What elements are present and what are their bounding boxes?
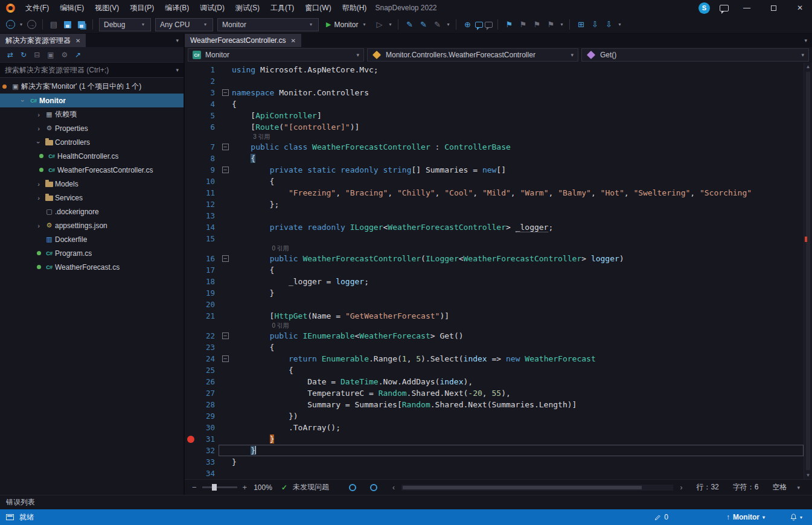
publish-target[interactable]: ↑ Monitor ▾ xyxy=(726,513,765,521)
save-icon[interactable] xyxy=(64,21,71,28)
chevron-right-icon[interactable]: › xyxy=(34,194,43,202)
collapse-region-icon[interactable]: – xyxy=(222,167,229,173)
breakpoint-margin[interactable] xyxy=(185,210,197,221)
nav-member-dropdown[interactable]: Get() ▾ xyxy=(581,48,809,62)
collapse-region-icon[interactable]: – xyxy=(222,255,229,262)
scrollbar-thumb[interactable] xyxy=(403,486,642,489)
minimize-button[interactable]: — xyxy=(738,4,755,12)
next-issue-icon[interactable] xyxy=(370,484,377,491)
save-all-icon[interactable] xyxy=(78,21,85,28)
close-icon[interactable]: ✕ xyxy=(291,37,296,44)
dropdown-caret-icon[interactable]: ▾ xyxy=(445,22,451,27)
add-comment-icon[interactable] xyxy=(475,22,483,28)
menu-item[interactable]: 测试(S) xyxy=(230,0,265,16)
breakpoint-margin[interactable] xyxy=(185,98,197,110)
zoom-level[interactable]: 100% xyxy=(254,483,272,492)
rename-icon[interactable]: ✎ xyxy=(417,19,429,31)
toggle-bookmark-icon[interactable]: ⚑ xyxy=(503,19,515,31)
chevron-right-icon[interactable]: › xyxy=(34,180,43,188)
start-without-debugging-icon[interactable]: ▷ xyxy=(373,19,385,31)
background-tasks-icon[interactable] xyxy=(6,514,14,520)
search-input[interactable] xyxy=(0,66,171,74)
zoom-in-icon[interactable]: + xyxy=(243,483,248,492)
zoom-slider[interactable] xyxy=(202,486,237,488)
menu-item[interactable]: 窗口(W) xyxy=(299,0,336,16)
nav-project-dropdown[interactable]: C# Monitor ▾ xyxy=(188,48,364,62)
account-avatar[interactable]: S xyxy=(699,2,710,14)
tree-item-properties[interactable]: ›⚙Properties xyxy=(0,121,184,135)
breakpoint-icon[interactable] xyxy=(187,436,194,443)
scroll-down-icon[interactable]: ▼ xyxy=(804,472,812,478)
maximize-button[interactable] xyxy=(765,4,782,12)
menu-item[interactable]: 文件(F) xyxy=(20,0,54,16)
quick-actions-icon[interactable]: ✎ xyxy=(403,19,415,31)
dropdown-caret-icon[interactable]: ▾ xyxy=(616,22,622,27)
tab-weatherforecastcontroller-cs[interactable]: WeatherForecastController.cs ✕ xyxy=(185,34,301,47)
import-layout-icon[interactable]: ⇩ xyxy=(603,19,615,31)
collapse-region-icon[interactable]: – xyxy=(222,89,229,96)
breakpoint-margin[interactable] xyxy=(185,364,197,376)
codelens-references[interactable]: 0 引用 xyxy=(185,322,804,330)
dropdown-caret-icon[interactable]: ▾ xyxy=(558,22,564,27)
tree-item-weatherforecastcontroller-cs[interactable]: C#WeatherForecastController.cs xyxy=(0,163,184,177)
chevron-right-icon[interactable]: › xyxy=(34,125,43,132)
tree-item-program-cs[interactable]: C#Program.cs xyxy=(0,246,184,260)
feedback-icon[interactable] xyxy=(720,5,729,11)
tree-item-solution-root[interactable]: ▣解决方案'Monitor' (1 个项目中的 1 个) xyxy=(0,80,184,94)
iss​ues-label[interactable]: 未发现问题 xyxy=(293,482,329,492)
tree-item-dependencies[interactable]: ›▦依赖项 xyxy=(0,107,184,121)
tab-solution-explorer[interactable]: 解决方案资源管理器 ✕ xyxy=(0,34,86,47)
breakpoint-margin[interactable] xyxy=(185,310,197,322)
breakpoint-margin[interactable] xyxy=(185,164,197,176)
pending-edits-indicator[interactable]: 0 xyxy=(654,513,668,521)
close-button[interactable]: ✕ xyxy=(791,4,808,12)
search-options-caret-icon[interactable]: ▾ xyxy=(171,67,184,73)
next-bookmark-icon[interactable]: ⚑ xyxy=(531,19,543,31)
panel-options-caret-icon[interactable]: ▾ xyxy=(171,37,184,43)
breakpoint-margin[interactable] xyxy=(185,299,197,310)
breakpoint-margin[interactable] xyxy=(185,287,197,299)
chevron-down-icon[interactable]: ▾ xyxy=(792,485,805,491)
breakpoint-margin[interactable] xyxy=(185,468,197,479)
tree-item-models[interactable]: ›Models xyxy=(0,177,184,191)
breakpoint-margin[interactable] xyxy=(185,75,197,87)
solution-configuration-dropdown[interactable]: Debug▾ xyxy=(99,18,151,31)
zoom-out-icon[interactable]: − xyxy=(192,483,197,492)
breakpoint-margin[interactable] xyxy=(185,110,197,121)
codelens-references[interactable]: 3 引用 xyxy=(185,133,804,141)
tree-item-weatherforecast-cs[interactable]: C#WeatherForecast.cs xyxy=(0,260,184,274)
tree-item-services[interactable]: ›Services xyxy=(0,191,184,205)
editor-vertical-scrollbar[interactable]: ▲ ▼ xyxy=(804,63,812,479)
breakpoint-margin[interactable] xyxy=(185,433,197,445)
breakpoint-margin[interactable] xyxy=(185,410,197,422)
zoom-slider-thumb[interactable] xyxy=(212,484,217,491)
tree-item-healthcontroller-cs[interactable]: C#HealthController.cs xyxy=(0,149,184,163)
notifications-bell[interactable]: ▾ xyxy=(790,514,802,521)
chevron-down-icon[interactable]: › xyxy=(18,97,28,104)
remove-comment-icon[interactable] xyxy=(485,22,493,28)
browse-with-icon[interactable]: ⊕ xyxy=(461,19,473,31)
breakpoint-margin[interactable] xyxy=(185,330,197,342)
close-icon[interactable]: ✕ xyxy=(75,37,80,44)
breakpoint-margin[interactable] xyxy=(185,153,197,164)
navigate-forward-icon[interactable]: → xyxy=(27,20,36,29)
menu-item[interactable]: 视图(V) xyxy=(89,0,124,16)
breakpoint-margin[interactable] xyxy=(185,121,197,133)
nav-type-dropdown[interactable]: Monitor.Controllers.WeatherForecastContr… xyxy=(367,48,578,62)
breakpoint-margin[interactable] xyxy=(185,187,197,199)
startup-profile-dropdown[interactable]: Monitor▾ xyxy=(217,18,319,31)
tree-item-appsettings-json[interactable]: ›⚙appsettings.json xyxy=(0,218,184,232)
clear-bookmarks-icon[interactable]: ⚑ xyxy=(545,19,557,31)
breakpoint-margin[interactable] xyxy=(185,342,197,353)
breakpoint-margin[interactable] xyxy=(185,376,197,387)
tab-list-caret-icon[interactable]: ▾ xyxy=(799,37,812,43)
menu-item[interactable]: 项目(P) xyxy=(124,0,159,16)
breakpoint-margin[interactable] xyxy=(185,176,197,187)
breakpoint-margin[interactable] xyxy=(185,445,197,456)
collapse-region-icon[interactable]: – xyxy=(222,144,229,150)
breakpoint-margin[interactable] xyxy=(185,264,197,276)
properties-icon[interactable]: ⚙ xyxy=(62,51,68,59)
collapse-all-icon[interactable]: ⊟ xyxy=(34,51,40,59)
previous-issue-icon[interactable] xyxy=(349,484,356,491)
format-document-icon[interactable]: ✎ xyxy=(431,19,443,31)
